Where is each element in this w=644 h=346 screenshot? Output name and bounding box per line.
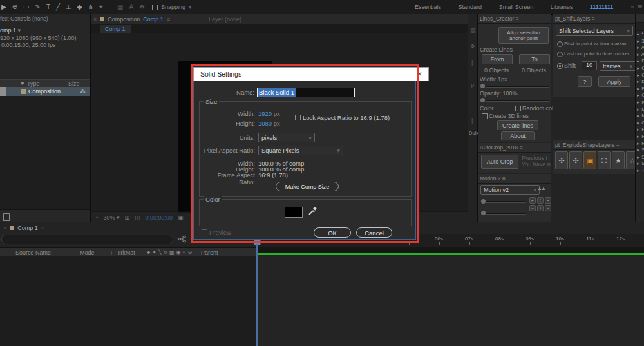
explode-selected-icon[interactable]: ✣ — [569, 151, 582, 169]
mountains-icon[interactable]: ▲▲ — [537, 186, 545, 191]
close-icon[interactable]: × — [93, 16, 97, 23]
motion-preset-dropdown[interactable]: Motion v2▾ — [480, 185, 540, 195]
effects-category-item[interactable]: ► Ch — [636, 65, 644, 72]
project-item-row[interactable]: Composition ⁂ — [0, 87, 90, 96]
composition-tab-label[interactable]: Composition — [108, 16, 140, 23]
anchor-grid-button[interactable]: – — [545, 205, 551, 211]
about-button[interactable]: About — [501, 131, 535, 140]
random-color-checkbox[interactable] — [515, 106, 521, 111]
shift-radio-last-out[interactable] — [557, 52, 563, 57]
column-type[interactable]: Type — [27, 81, 40, 87]
width-slider-track[interactable] — [486, 86, 549, 88]
mask-visibility-icon[interactable]: ◫ — [135, 215, 140, 221]
effects-panel-tab[interactable] — [636, 14, 644, 23]
effect-controls-tab[interactable]: fect Controls (none) — [0, 15, 90, 22]
make-comp-size-button[interactable]: Make Comp Size — [276, 182, 339, 191]
opacity-slider-track[interactable] — [486, 100, 549, 102]
dock-icon[interactable]: ✥ — [470, 43, 475, 50]
tool-icon[interactable]: ⋔ — [88, 1, 93, 14]
create-3d-checkbox[interactable] — [482, 113, 488, 119]
linos-panel-tab[interactable]: Linos_Creator ≡ — [478, 14, 551, 24]
column-source-name[interactable]: Source Name — [15, 249, 51, 256]
bake-box-icon[interactable]: ▣ — [583, 151, 596, 169]
timeline-track-area[interactable] — [256, 255, 644, 346]
from-button[interactable]: From — [482, 54, 513, 64]
grid-options-icon[interactable]: ⊞ — [124, 215, 129, 221]
effects-category-item[interactable]: ► Pe — [636, 126, 644, 133]
timeline-layer-area[interactable] — [0, 256, 256, 346]
anchor-grid-button[interactable]: ¦ — [537, 197, 544, 204]
motion-slider1-handle[interactable] — [481, 199, 486, 204]
effects-category-item[interactable]: ► Ex — [636, 86, 644, 93]
workspace-tab-active[interactable]: 11111111 — [590, 4, 614, 10]
anchor-grid-button[interactable]: ⌐ — [529, 197, 536, 204]
layer-switch-icon[interactable]: ╲ — [158, 249, 162, 255]
work-area-bar[interactable] — [256, 247, 644, 253]
chevron-down-icon[interactable]: ▾ — [189, 4, 192, 10]
snapping-checkbox[interactable] — [152, 5, 158, 10]
dock-icon[interactable]: ▤ — [470, 27, 476, 34]
tool-icon[interactable]: ✎ — [35, 1, 41, 14]
shift-help-button[interactable]: ? — [578, 76, 592, 87]
tool-icon[interactable]: ⊕ — [12, 1, 17, 14]
effects-category-item[interactable]: ► Ra — [636, 133, 644, 140]
color-swatch[interactable] — [285, 207, 303, 218]
dialog-title-bar[interactable]: Solid Settings × — [193, 67, 429, 81]
effects-category-item[interactable]: ► Di — [636, 79, 644, 86]
effects-category-item[interactable]: ► Ma — [636, 106, 644, 113]
viewer-subtab[interactable]: Comp 1 — [100, 25, 131, 33]
shift-radio-shift[interactable] — [557, 63, 563, 69]
anchor-grid-button[interactable]: ▫ — [537, 205, 544, 211]
close-icon[interactable]: × — [3, 225, 6, 231]
width-slider-handle[interactable] — [480, 84, 485, 88]
effects-category-item[interactable]: ► Ob — [636, 120, 644, 127]
column-size[interactable]: Size — [68, 81, 80, 87]
align-anchor-button[interactable]: Align selection anchor point — [498, 27, 549, 44]
shift-panel-tab[interactable]: pt_ShiftLayers ≡ — [553, 14, 635, 24]
effects-category-item[interactable]: ► Sy — [636, 160, 644, 168]
effects-category-item[interactable]: ► Re — [636, 140, 644, 148]
units-dropdown[interactable]: pixels▾ — [258, 133, 315, 142]
tool-icon[interactable]: ▭ — [23, 1, 29, 14]
tool-icon[interactable]: ✥ — [139, 1, 144, 14]
workspace-overflow-icon[interactable]: » — [630, 4, 634, 10]
layer-switch-icon[interactable]: ⊙ — [187, 249, 192, 255]
workspace-tab-small-screen[interactable]: Small Screen — [499, 4, 534, 10]
motion-slider1-track[interactable] — [486, 201, 526, 203]
ok-button[interactable]: OK — [314, 227, 351, 238]
effects-category-item[interactable]: ► * — [636, 31, 644, 38]
lock-aspect-checkbox[interactable] — [295, 115, 301, 120]
motion-slider2-handle[interactable] — [481, 211, 486, 215]
effects-category-item[interactable]: ► St — [636, 154, 644, 161]
effects-category-item[interactable]: ► Si — [636, 147, 644, 154]
explode-all-icon[interactable]: ✣ — [555, 151, 568, 169]
tool-icon[interactable]: ◆ — [77, 1, 82, 14]
explode-panel-tab[interactable]: pt_ExplodeShapeLayers ≡ — [553, 140, 635, 150]
comp-title[interactable]: omp 1 — [0, 27, 16, 34]
layer-switch-icon[interactable]: ◉ — [176, 249, 181, 255]
dialog-close-icon[interactable]: × — [417, 70, 422, 79]
effects-category-item[interactable]: ► 3D — [636, 38, 644, 45]
shift-frames-input[interactable]: 10 — [582, 61, 597, 70]
pixel-aspect-ratio-dropdown[interactable]: Square Pixels▾ — [258, 146, 343, 155]
tool-icon[interactable]: ▦ — [117, 1, 123, 14]
tool-icon[interactable]: ▶ — [1, 1, 6, 14]
anchor-grid-button[interactable]: ¬ — [545, 197, 551, 204]
layer-switch-icon[interactable]: ▦ — [169, 249, 175, 255]
shift-frames-unit-dropdown[interactable]: frames▾ — [600, 61, 636, 71]
shift-radio-first-in[interactable] — [557, 41, 563, 47]
eyedropper-icon[interactable] — [308, 206, 317, 216]
preview-checkbox[interactable] — [202, 229, 207, 235]
layer-switch-icon[interactable]: fx — [164, 249, 167, 255]
tool-icon[interactable]: ⌖ — [99, 1, 103, 14]
effects-category-item[interactable]: ► Bl — [636, 58, 644, 65]
shift-mode-dropdown[interactable]: Shift Selected Layers▾ — [556, 26, 633, 36]
menu-icon[interactable]: ≡ — [41, 225, 44, 231]
project-list-empty[interactable] — [0, 96, 90, 209]
panel-grid-icon[interactable]: ▦ — [638, 3, 643, 9]
name-input[interactable]: Black Solid 1 — [257, 88, 355, 97]
menu-icon[interactable]: ≡ — [167, 16, 170, 23]
column-t[interactable]: T — [109, 249, 113, 256]
tool-icon[interactable]: ⊥ — [66, 1, 71, 14]
opacity-slider-handle[interactable] — [480, 98, 485, 102]
